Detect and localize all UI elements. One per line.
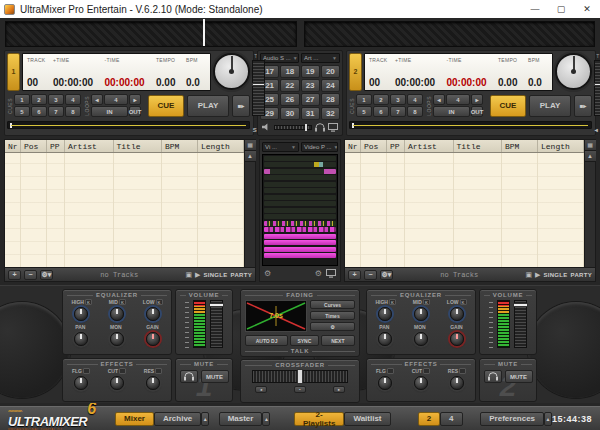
column-config-icon[interactable]: ▦ [245,140,256,151]
column-header[interactable]: PP [387,140,405,152]
playlists-view-button[interactable]: 2-Playlists [294,412,344,426]
list-options-button[interactable]: ⚙▾ [40,270,53,280]
column-header[interactable]: Pos [21,140,47,152]
party-mode-button[interactable]: PARTY [571,272,592,278]
hotcue-button[interactable]: 8 [407,106,423,117]
video-clip-row[interactable] [264,214,336,219]
video-clip-row[interactable] [264,234,336,239]
deck2-cue-button[interactable]: CUE [490,95,526,117]
minimize-button[interactable]: — [522,0,548,18]
video-preview-select[interactable]: Video P ... ▼ [301,142,338,152]
waitlist-view-button[interactable]: Waitlist [344,412,390,426]
gain-knob[interactable] [146,332,160,346]
sampler-pad-button[interactable]: 18 [280,65,299,78]
low-kill-button[interactable]: K [156,299,163,305]
pan-knob[interactable] [74,332,88,346]
flanger-knob[interactable] [74,376,88,390]
deck2-tempo-slider[interactable] [594,60,600,116]
monitor-cue-button[interactable] [180,370,198,383]
sampler-pad-button[interactable]: 23 [301,79,320,92]
loop-in-button[interactable]: IN [91,106,128,117]
scroll-up-icon[interactable]: ▲ [245,151,256,162]
loop-plus-button[interactable]: ▸ [129,94,141,105]
single-mode-icon[interactable]: ▣ [185,271,192,279]
deck1-load-button[interactable]: 1 [7,53,20,91]
mon-knob[interactable] [414,332,428,346]
video-list-select[interactable]: Vi ... ▼ [262,142,299,152]
sampler-pad-button[interactable]: 30 [280,107,299,120]
channel2-volume-fader[interactable] [514,300,527,348]
hotcue-button[interactable]: 2 [31,94,47,105]
hotcue-button[interactable]: 1 [14,94,30,105]
list-options-button[interactable]: ⚙▾ [380,270,393,280]
video-clip-list[interactable] [262,154,338,266]
video-clip-row[interactable] [264,182,336,187]
speaker-icon[interactable] [262,123,271,131]
mid-eq-knob[interactable] [414,307,428,321]
resonance-toggle[interactable] [459,368,466,374]
maximize-button[interactable]: ▢ [548,0,574,18]
sampler-pad-button[interactable]: 22 [280,79,299,92]
high-kill-button[interactable]: K [389,299,396,305]
master-button[interactable]: Master [219,412,263,426]
four-deck-button[interactable]: 4 [440,412,462,426]
next-button[interactable]: NEXT [321,335,355,346]
video-clip-row[interactable] [264,240,336,245]
loop-length-button[interactable]: 4 [446,94,470,105]
fading-settings-button[interactable]: ⚙ [310,322,355,331]
mid-eq-knob[interactable] [110,307,124,321]
video-clip-row[interactable] [264,175,336,180]
video-clip-row[interactable] [264,247,336,252]
hotcue-button[interactable]: 7 [48,106,64,117]
column-header[interactable]: Pos [361,140,387,152]
flanger-knob[interactable] [378,376,392,390]
high-kill-button[interactable]: K [85,299,92,305]
hotcue-button[interactable]: 6 [31,106,47,117]
loop-in-button[interactable]: IN [433,106,470,117]
sampler-pad-button[interactable]: 19 [301,65,320,78]
loop-out-button[interactable]: OUT [471,106,483,117]
deck2-stutter-button[interactable]: ■▸ [574,95,592,117]
video-clip-row[interactable] [264,221,336,226]
flanger-toggle[interactable] [387,368,394,374]
sampler-volume-slider[interactable] [274,125,312,130]
column-header[interactable]: Title [114,140,163,152]
add-track-button[interactable]: + [8,270,21,280]
deck2-play-button[interactable]: PLAY [529,95,571,117]
monitor-icon[interactable] [328,123,338,132]
mid-kill-button[interactable]: K [423,299,430,305]
deck2-load-button[interactable]: 2 [349,53,362,91]
column-header[interactable]: BPM [502,140,538,152]
sampler-pad-button[interactable]: 24 [321,79,340,92]
remove-track-button[interactable]: − [364,270,377,280]
column-header[interactable]: PP [47,140,65,152]
hotcue-button[interactable]: 8 [65,106,81,117]
resonance-toggle[interactable] [155,368,162,374]
sampler-pad-button[interactable]: 26 [280,93,299,106]
single-mode-button[interactable]: SINGLE [203,272,227,278]
hotcue-button[interactable]: 2 [373,94,389,105]
hotcue-button[interactable]: 6 [373,106,389,117]
column-header[interactable]: Nr [5,140,21,152]
cutoff-toggle[interactable] [119,368,126,374]
loop-minus-button[interactable]: ◂ [433,94,445,105]
mid-kill-button[interactable]: K [119,299,126,305]
mute-button[interactable]: MUTE [201,370,229,383]
sampler-pad-button[interactable]: 31 [301,107,320,120]
scrollbar[interactable]: ▦ ▲ [244,140,255,267]
video-clip-row[interactable] [264,227,336,232]
deck1-jog-wheel[interactable] [213,53,250,90]
crossfader-assign-button[interactable]: ▸ [333,386,345,393]
sampler-pad-button[interactable]: 27 [301,93,320,106]
flanger-toggle[interactable] [83,368,90,374]
master-expand-button[interactable]: ▲ [262,412,270,426]
column-header[interactable]: Title [454,140,503,152]
deck2-sync-button[interactable]: ◂ SYNC [595,126,600,133]
high-eq-knob[interactable] [74,307,88,321]
sampler-pad-button[interactable]: 20 [321,65,340,78]
mixer-view-button[interactable]: Mixer [115,412,154,426]
resonance-knob[interactable] [146,376,160,390]
loop-plus-button[interactable]: ▸ [471,94,483,105]
cutoff-knob[interactable] [414,376,428,390]
video-clip-row[interactable] [264,156,336,161]
